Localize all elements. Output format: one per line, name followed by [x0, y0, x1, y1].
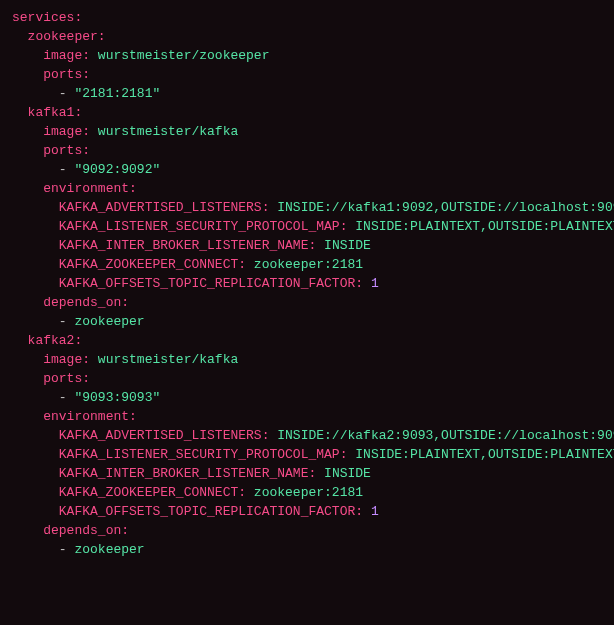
token-key: services:: [12, 10, 82, 25]
token-str: INSIDE:PLAINTEXT,OUTSIDE:PLAINTEXT: [355, 219, 614, 234]
token-str: INSIDE: [324, 238, 371, 253]
token-num: 1: [371, 504, 379, 519]
token-key: image:: [43, 352, 90, 367]
token-key: image:: [43, 124, 90, 139]
token: [90, 48, 98, 63]
token-key: KAFKA_ZOOKEEPER_CONNECT:: [59, 485, 246, 500]
token-key: KAFKA_INTER_BROKER_LISTENER_NAME:: [59, 238, 316, 253]
token-key: zookeeper:: [28, 29, 106, 44]
token-str: INSIDE: [324, 466, 371, 481]
token-key: KAFKA_ADVERTISED_LISTENERS:: [59, 428, 270, 443]
token-key: KAFKA_OFFSETS_TOPIC_REPLICATION_FACTOR:: [59, 504, 363, 519]
code-line: - "9093:9093": [12, 390, 160, 405]
token-key: image:: [43, 48, 90, 63]
code-line: - "9092:9092": [12, 162, 160, 177]
token-dash: -: [59, 86, 75, 101]
code-line: KAFKA_OFFSETS_TOPIC_REPLICATION_FACTOR: …: [12, 276, 379, 291]
token: [246, 257, 254, 272]
token-key: kafka2:: [28, 333, 83, 348]
token-dash: -: [59, 542, 75, 557]
token-dash: -: [59, 390, 75, 405]
token: [316, 466, 324, 481]
code-line: KAFKA_ZOOKEEPER_CONNECT: zookeeper:2181: [12, 485, 363, 500]
code-line: environment:: [12, 409, 137, 424]
token-key: kafka1:: [28, 105, 83, 120]
token-str: zookeeper:2181: [254, 485, 363, 500]
token: [246, 485, 254, 500]
code-line: depends_on:: [12, 523, 129, 538]
code-line: KAFKA_ZOOKEEPER_CONNECT: zookeeper:2181: [12, 257, 363, 272]
token-key: depends_on:: [43, 523, 129, 538]
code-line: zookeeper:: [12, 29, 106, 44]
token-str: wurstmeister/kafka: [98, 124, 238, 139]
token: [363, 276, 371, 291]
token-dash: -: [59, 314, 75, 329]
token-str: INSIDE://kafka1:9092,OUTSIDE://localhost…: [277, 200, 614, 215]
code-line: KAFKA_ADVERTISED_LISTENERS: INSIDE://kaf…: [12, 428, 614, 443]
token-key: KAFKA_ZOOKEEPER_CONNECT:: [59, 257, 246, 272]
code-line: KAFKA_INTER_BROKER_LISTENER_NAME: INSIDE: [12, 466, 371, 481]
token-key: ports:: [43, 67, 90, 82]
token-dash: -: [59, 162, 75, 177]
code-line: ports:: [12, 67, 90, 82]
code-line: KAFKA_LISTENER_SECURITY_PROTOCOL_MAP: IN…: [12, 219, 614, 234]
token-str: "9093:9093": [74, 390, 160, 405]
token-str: zookeeper: [74, 542, 144, 557]
token: [90, 124, 98, 139]
token-key: ports:: [43, 371, 90, 386]
code-line: kafka1:: [12, 105, 82, 120]
token-str: wurstmeister/zookeeper: [98, 48, 270, 63]
token-str: zookeeper:2181: [254, 257, 363, 272]
code-line: - "2181:2181": [12, 86, 160, 101]
code-line: KAFKA_LISTENER_SECURITY_PROTOCOL_MAP: IN…: [12, 447, 614, 462]
code-line: image: wurstmeister/kafka: [12, 352, 238, 367]
token-str: "2181:2181": [74, 86, 160, 101]
token-str: "9092:9092": [74, 162, 160, 177]
code-line: KAFKA_INTER_BROKER_LISTENER_NAME: INSIDE: [12, 238, 371, 253]
token: [90, 352, 98, 367]
token-key: KAFKA_LISTENER_SECURITY_PROTOCOL_MAP:: [59, 447, 348, 462]
code-line: depends_on:: [12, 295, 129, 310]
token-key: ports:: [43, 143, 90, 158]
token-key: KAFKA_LISTENER_SECURITY_PROTOCOL_MAP:: [59, 219, 348, 234]
code-line: KAFKA_ADVERTISED_LISTENERS: INSIDE://kaf…: [12, 200, 614, 215]
code-line: KAFKA_OFFSETS_TOPIC_REPLICATION_FACTOR: …: [12, 504, 379, 519]
code-line: - zookeeper: [12, 314, 145, 329]
code-line: environment:: [12, 181, 137, 196]
token-key: KAFKA_INTER_BROKER_LISTENER_NAME:: [59, 466, 316, 481]
token-num: 1: [371, 276, 379, 291]
code-line: - zookeeper: [12, 542, 145, 557]
token-key: KAFKA_ADVERTISED_LISTENERS:: [59, 200, 270, 215]
code-line: image: wurstmeister/zookeeper: [12, 48, 269, 63]
code-line: services:: [12, 10, 82, 25]
token: [316, 238, 324, 253]
code-line: kafka2:: [12, 333, 82, 348]
token-str: wurstmeister/kafka: [98, 352, 238, 367]
token: [363, 504, 371, 519]
yaml-code-block: services: zookeeper: image: wurstmeister…: [0, 0, 614, 559]
token-key: depends_on:: [43, 295, 129, 310]
token-str: zookeeper: [74, 314, 144, 329]
token-str: INSIDE://kafka2:9093,OUTSIDE://localhost…: [277, 428, 614, 443]
token-key: environment:: [43, 409, 137, 424]
token-key: KAFKA_OFFSETS_TOPIC_REPLICATION_FACTOR:: [59, 276, 363, 291]
token-key: environment:: [43, 181, 137, 196]
token-str: INSIDE:PLAINTEXT,OUTSIDE:PLAINTEXT: [355, 447, 614, 462]
code-line: ports:: [12, 143, 90, 158]
code-line: image: wurstmeister/kafka: [12, 124, 238, 139]
code-line: ports:: [12, 371, 90, 386]
